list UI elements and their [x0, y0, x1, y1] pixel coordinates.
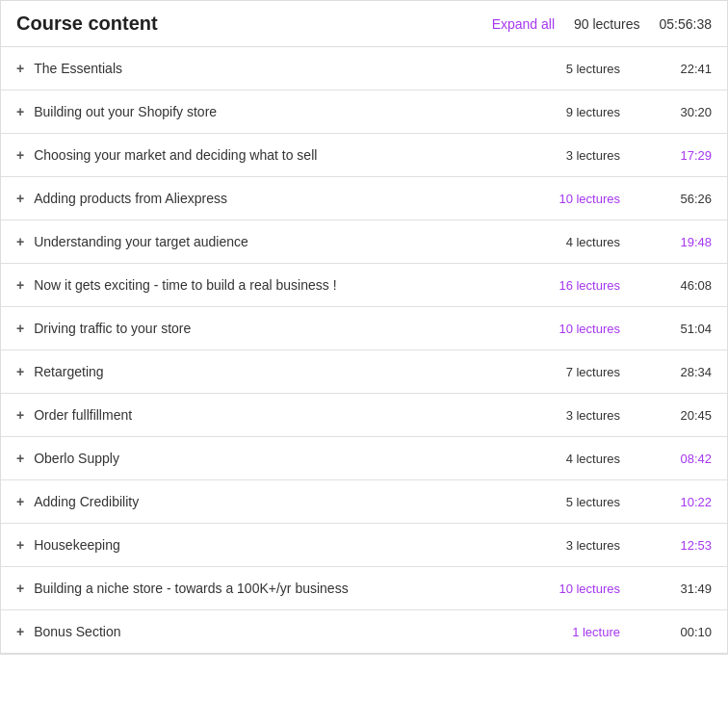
- row-lectures-count: 7 lectures: [533, 365, 620, 379]
- table-row[interactable]: +Driving traffic to your store10 lecture…: [1, 307, 727, 350]
- expand-row-icon[interactable]: +: [16, 104, 24, 119]
- expand-row-icon[interactable]: +: [16, 234, 24, 249]
- total-lectures: 90 lectures: [574, 16, 639, 32]
- row-duration: 51:04: [659, 322, 712, 336]
- row-duration: 20:45: [659, 408, 712, 423]
- table-row[interactable]: +Adding products from Aliexpress10 lectu…: [1, 177, 727, 220]
- table-row[interactable]: +Choosing your market and deciding what …: [1, 134, 727, 177]
- expand-row-icon[interactable]: +: [16, 537, 24, 553]
- table-row[interactable]: +Understanding your target audience4 lec…: [1, 220, 727, 264]
- table-row[interactable]: +Building a niche store - towards a 100K…: [1, 567, 727, 610]
- table-row[interactable]: +Now it gets exciting - time to build a …: [1, 264, 727, 307]
- expand-row-icon[interactable]: +: [16, 624, 24, 639]
- row-duration: 56:26: [659, 192, 712, 206]
- course-content-panel: Course content Expand all 90 lectures 05…: [0, 0, 728, 655]
- row-lectures-count: 4 lectures: [533, 452, 620, 466]
- row-duration: 28:34: [659, 365, 712, 379]
- row-duration: 22:41: [659, 62, 712, 76]
- table-row[interactable]: +Oberlo Supply4 lectures08:42: [1, 437, 727, 480]
- row-lectures-count: 5 lectures: [533, 495, 620, 509]
- table-row[interactable]: +Bonus Section1 lecture00:10: [1, 610, 727, 654]
- row-title: Understanding your target audience: [34, 234, 533, 249]
- row-lectures-count: 3 lectures: [533, 408, 620, 423]
- table-row[interactable]: +Adding Credibility5 lectures10:22: [1, 480, 727, 524]
- row-title: Now it gets exciting - time to build a r…: [34, 277, 533, 293]
- table-row[interactable]: +The Essentials5 lectures22:41: [1, 47, 727, 90]
- expand-row-icon[interactable]: +: [16, 494, 24, 509]
- row-lectures-count: 1 lecture: [533, 625, 620, 639]
- row-duration: 12:53: [659, 538, 712, 553]
- row-title: The Essentials: [34, 61, 533, 76]
- expand-row-icon[interactable]: +: [16, 451, 24, 466]
- row-lectures-count: 4 lectures: [533, 235, 620, 249]
- row-lectures-count: 10 lectures: [533, 322, 620, 336]
- row-lectures-count: 16 lectures: [533, 278, 620, 293]
- row-lectures-count: 3 lectures: [533, 538, 620, 553]
- expand-row-icon[interactable]: +: [16, 61, 24, 76]
- expand-row-icon[interactable]: +: [16, 407, 24, 423]
- expand-row-icon[interactable]: +: [16, 321, 24, 336]
- row-title: Retargeting: [34, 364, 533, 379]
- row-duration: 31:49: [659, 582, 712, 596]
- row-title: Oberlo Supply: [34, 451, 533, 466]
- row-duration: 46:08: [659, 278, 712, 293]
- row-title: Driving traffic to your store: [34, 321, 533, 336]
- row-duration: 00:10: [659, 625, 712, 639]
- expand-all-button[interactable]: Expand all: [492, 16, 555, 32]
- expand-row-icon[interactable]: +: [16, 364, 24, 379]
- row-title: Choosing your market and deciding what t…: [34, 147, 533, 163]
- row-title: Building a niche store - towards a 100K+…: [34, 581, 533, 596]
- expand-row-icon[interactable]: +: [16, 581, 24, 596]
- row-duration: 10:22: [659, 495, 712, 509]
- row-title: Bonus Section: [34, 624, 533, 639]
- expand-row-icon[interactable]: +: [16, 191, 24, 206]
- total-duration: 05:56:38: [660, 16, 713, 32]
- row-lectures-count: 10 lectures: [533, 582, 620, 596]
- row-title: Adding Credibility: [34, 494, 533, 509]
- row-duration: 17:29: [659, 148, 712, 163]
- row-lectures-count: 3 lectures: [533, 148, 620, 163]
- row-title: Order fullfillment: [34, 407, 533, 423]
- table-row[interactable]: +Retargeting7 lectures28:34: [1, 350, 727, 394]
- table-row[interactable]: +Housekeeping3 lectures12:53: [1, 524, 727, 567]
- course-header: Course content Expand all 90 lectures 05…: [1, 1, 727, 47]
- course-title: Course content: [16, 13, 492, 35]
- course-rows: +The Essentials5 lectures22:41+Building …: [1, 47, 727, 654]
- row-title: Adding products from Aliexpress: [34, 191, 533, 206]
- table-row[interactable]: +Building out your Shopify store9 lectur…: [1, 90, 727, 134]
- row-lectures-count: 5 lectures: [533, 62, 620, 76]
- row-lectures-count: 9 lectures: [533, 105, 620, 119]
- row-duration: 30:20: [659, 105, 712, 119]
- row-lectures-count: 10 lectures: [533, 192, 620, 206]
- expand-row-icon[interactable]: +: [16, 277, 24, 293]
- row-duration: 08:42: [659, 452, 712, 466]
- expand-row-icon[interactable]: +: [16, 147, 24, 163]
- row-title: Building out your Shopify store: [34, 104, 533, 119]
- row-title: Housekeeping: [34, 537, 533, 553]
- table-row[interactable]: +Order fullfillment3 lectures20:45: [1, 394, 727, 437]
- row-duration: 19:48: [659, 235, 712, 249]
